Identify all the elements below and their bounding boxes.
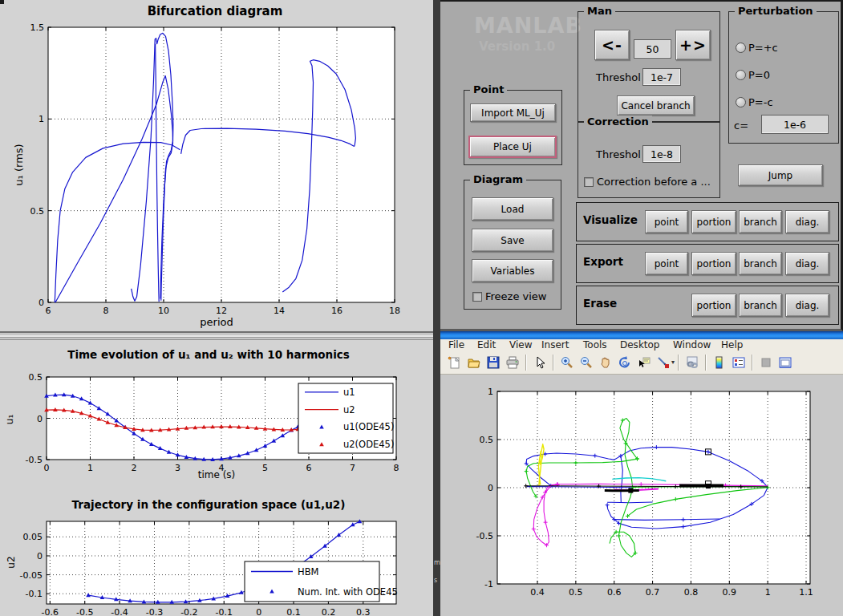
menu-file[interactable]: File [448, 339, 464, 351]
export-label: Export [583, 255, 623, 268]
menu-edit[interactable]: Edit [477, 339, 496, 351]
svg-text:u1: u1 [343, 387, 355, 398]
window-divider-horizontal [0, 331, 433, 340]
correction-threshold-field[interactable]: 1e-8 [642, 145, 681, 163]
svg-text:0.8: 0.8 [684, 587, 699, 598]
rotate-3d-icon[interactable] [616, 354, 634, 371]
radio-p-zero-label: P=0 [748, 69, 770, 81]
erase-portion-button[interactable]: portion [691, 294, 736, 317]
freeze-view-label: Freeze view [485, 290, 546, 302]
radio-p-plus-c[interactable] [736, 43, 746, 53]
erase-diag-button[interactable]: diag. [785, 294, 829, 317]
visualize-diag-button[interactable]: diag. [785, 210, 829, 233]
svg-text:0.9: 0.9 [723, 587, 737, 598]
next-step-button[interactable]: +> [675, 30, 711, 60]
menu-tools[interactable]: Tools [583, 339, 607, 351]
svg-text:-0.6: -0.6 [42, 607, 59, 616]
time-figure-window: Time evolution of u₁ and u₂ with 10 harm… [0, 340, 433, 616]
svg-text:u1(ODE45): u1(ODE45) [343, 421, 394, 432]
place-uj-button[interactable]: Place Uj [468, 136, 557, 158]
variables-button[interactable]: Variables [472, 259, 553, 282]
svg-text:-0.4: -0.4 [111, 607, 128, 616]
time-xlabel: time (s) [0, 469, 433, 480]
toolbar-separator [705, 355, 707, 371]
freeze-view-checkbox[interactable] [472, 292, 482, 302]
corner-artifact [0, 0, 4, 4]
pan-icon[interactable] [597, 354, 614, 371]
svg-text:HBM: HBM [298, 566, 318, 578]
manlab-panel: MANLAB Version 1.0 Man <- 50 +> Threshol… [440, 0, 843, 331]
save-figure-icon[interactable] [484, 354, 502, 371]
toolbar: ▾ [440, 351, 843, 375]
print-figure-icon[interactable] [504, 354, 521, 371]
erase-label: Erase [583, 297, 617, 310]
svg-text:u2(ODE45): u2(ODE45) [343, 439, 394, 450]
radio-p-minus-c-label: P=-c [748, 96, 773, 108]
screen: Bifurcation diagram 68101214161800.511.5… [0, 0, 843, 616]
svg-text:1.1: 1.1 [799, 587, 813, 598]
point-group-label: Point [470, 83, 507, 95]
svg-text:6: 6 [46, 306, 51, 316]
export-portion-button[interactable]: portion [691, 252, 736, 275]
step-count-field[interactable]: 50 [634, 39, 671, 59]
perturbation-group-label: Perturbation [735, 5, 817, 17]
pointer-icon[interactable] [531, 354, 549, 371]
export-point-button[interactable]: point [645, 252, 688, 275]
radio-p-zero[interactable] [736, 70, 746, 80]
visualize-point-button[interactable]: point [645, 210, 688, 233]
svg-text:0.6: 0.6 [607, 587, 622, 598]
man-group: Man <- 50 +> Threshol 1e-7 Cancel branch [578, 11, 720, 122]
open-file-icon[interactable] [465, 354, 483, 371]
export-branch-button[interactable]: branch [739, 252, 782, 275]
brush-icon[interactable] [655, 354, 672, 371]
zoom-in-icon[interactable] [558, 354, 576, 371]
new-figure-icon[interactable] [446, 354, 464, 371]
export-diag-button[interactable]: diag. [785, 252, 829, 275]
load-button[interactable]: Load [472, 197, 553, 221]
link-plot-icon[interactable] [683, 354, 701, 371]
save-button[interactable]: Save [472, 229, 553, 252]
correction-before-checkbox[interactable] [584, 177, 594, 187]
svg-text:0.5: 0.5 [30, 206, 45, 217]
diagram-group: Diagram Load Save Variables Freeze view [464, 180, 561, 310]
import-ml-uj-button[interactable]: Import ML_Uj [470, 103, 556, 122]
svg-text:18: 18 [389, 306, 400, 316]
radio-p-minus-c[interactable] [736, 97, 746, 107]
zoom-out-icon[interactable] [578, 354, 595, 371]
erase-branch-button[interactable]: branch [739, 294, 782, 317]
insert-colorbar-icon[interactable] [711, 354, 728, 371]
window-divider-vertical: m s [433, 0, 440, 616]
visualize-row: Visualize point portion branch diag. [576, 202, 839, 241]
svg-text:0.3: 0.3 [356, 607, 371, 616]
c-value-field[interactable]: 1e-6 [761, 115, 829, 134]
c-label: c= [734, 120, 748, 132]
visualize-portion-button[interactable]: portion [691, 210, 736, 233]
svg-text:0: 0 [488, 483, 493, 493]
svg-text:Num. Int. with ODE45: Num. Int. with ODE45 [298, 586, 398, 598]
menu-view[interactable]: View [509, 339, 532, 351]
menu-insert[interactable]: Insert [541, 339, 569, 351]
cancel-branch-button[interactable]: Cancel branch [617, 95, 695, 116]
brush-dropdown-icon[interactable]: ▾ [671, 359, 675, 366]
diagram-group-label: Diagram [470, 173, 526, 185]
time-ylabel: u₁ [4, 403, 15, 436]
menu-desktop[interactable]: Desktop [620, 339, 660, 351]
previous-step-button[interactable]: <- [594, 30, 630, 60]
svg-text:-0.5: -0.5 [26, 455, 43, 465]
dock-figure-icon[interactable] [776, 354, 794, 371]
insert-legend-icon[interactable] [730, 354, 748, 371]
toolbar-separator [553, 355, 554, 371]
window-titlebar[interactable] [440, 331, 843, 339]
perturbation-group: Perturbation P=+c P=0 P=-c c= 1e-6 [728, 11, 839, 144]
jump-button[interactable]: Jump [738, 164, 823, 186]
data-cursor-icon[interactable] [635, 354, 653, 371]
visualize-branch-button[interactable]: branch [739, 210, 782, 233]
man-threshold-field[interactable]: 1e-7 [642, 68, 681, 86]
svg-text:-0.5: -0.5 [76, 607, 93, 616]
divider-letter-s: s [434, 578, 437, 584]
bifurcation-xlabel: period [0, 316, 433, 328]
correction-threshold-label: Threshol [596, 148, 641, 160]
svg-text:0.05: 0.05 [23, 532, 43, 542]
menu-window[interactable]: Window [673, 339, 711, 351]
menu-help[interactable]: Help [721, 339, 743, 351]
